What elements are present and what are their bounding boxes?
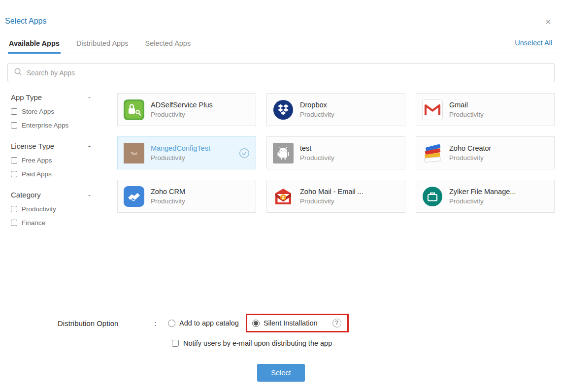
app-name: Zoho CRM — [151, 188, 185, 196]
select-button[interactable]: Select — [257, 364, 304, 382]
radio-label: Silent Installation — [264, 319, 318, 327]
svg-text:Z: Z — [282, 195, 285, 199]
filter-option-label: Enterprise Apps — [22, 122, 68, 129]
enterprise-apps-checkbox[interactable] — [11, 122, 17, 129]
productivity-checkbox[interactable] — [11, 206, 17, 212]
help-icon[interactable]: ? — [332, 319, 341, 327]
selected-check-icon — [239, 148, 250, 159]
filter-option-label: Productivity — [22, 205, 56, 213]
zoho-mail-icon: Z — [273, 186, 294, 207]
unselect-all-link[interactable]: Unselect All — [515, 39, 552, 54]
app-card-zoho-crm[interactable]: Zoho CRM Productivity — [117, 180, 256, 213]
app-category: Productivity — [300, 197, 364, 205]
notify-users-checkbox[interactable] — [172, 340, 179, 347]
button-row: Select — [0, 364, 562, 382]
app-card-adselfservice[interactable]: ADSelfService Plus Productivity — [117, 93, 256, 126]
filter-option-label: Store Apps — [22, 108, 54, 115]
app-category: Productivity — [449, 111, 484, 118]
free-apps-checkbox[interactable] — [11, 157, 17, 163]
app-name: ADSelfService Plus — [151, 101, 213, 109]
filter-option-free-apps[interactable]: Free Apps — [11, 157, 109, 164]
collapse-toggle[interactable]: - — [88, 93, 91, 101]
app-name: Gmail — [449, 101, 484, 109]
app-grid: ADSelfService Plus Productivity Dropbox … — [117, 93, 555, 302]
filter-group-license-type: License Type - Free Apps Paid Apps — [11, 142, 109, 178]
notify-users-option[interactable]: Notify users by e-mail upon distributing… — [172, 339, 562, 347]
collapse-toggle[interactable]: - — [88, 191, 91, 199]
app-card-zoho-creator[interactable]: Zoho Creator Productivity — [416, 136, 555, 169]
distribution-option-row: Distribution Option : Add to app catalog… — [58, 314, 562, 332]
zoho-crm-icon — [124, 186, 144, 207]
app-card-zoho-mail[interactable]: Z Zoho Mail - Email ... Productivity — [266, 180, 405, 213]
app-card-gmail[interactable]: Gmail Productivity — [416, 93, 555, 126]
filter-option-store-apps[interactable]: Store Apps — [11, 108, 109, 115]
filter-option-label: Free Apps — [22, 157, 52, 164]
mangedconfigtest-icon: Test — [124, 143, 144, 163]
android-app-icon — [273, 143, 294, 163]
filter-option-label: Finance — [22, 219, 45, 227]
app-card-dropbox[interactable]: Dropbox Productivity — [266, 93, 405, 126]
tab-bar: Available Apps Distributed Apps Selected… — [0, 33, 562, 54]
app-category: Productivity — [449, 197, 516, 205]
add-to-app-catalog-option[interactable]: Add to app catalog — [168, 319, 239, 327]
filter-title: App Type — [11, 93, 42, 101]
collapse-toggle[interactable]: - — [88, 142, 91, 150]
notify-users-label: Notify users by e-mail upon distributing… — [183, 339, 332, 347]
app-name: Zoho Creator — [449, 144, 491, 152]
app-card-zylker[interactable]: Zylker File Manage... Productivity — [416, 180, 555, 213]
filter-option-finance[interactable]: Finance — [11, 219, 109, 227]
filter-title: Category — [11, 191, 41, 199]
zoho-creator-icon — [422, 143, 443, 163]
app-card-mangedconfigtest[interactable]: Test MangedConfigTest Productivity — [117, 136, 256, 169]
filter-group-app-type: App Type - Store Apps Enterprise Apps — [11, 93, 109, 129]
filter-group-category: Category - Productivity Finance — [11, 191, 109, 227]
app-name: test — [300, 144, 334, 152]
adselfservice-icon — [124, 99, 144, 120]
main-content: App Type - Store Apps Enterprise Apps Li… — [0, 86, 562, 302]
distribution-option-label: Distribution Option — [58, 319, 154, 327]
close-icon[interactable]: × — [545, 17, 551, 27]
app-category: Productivity — [151, 197, 185, 205]
zylker-file-manager-icon — [422, 186, 443, 207]
app-category: Productivity — [151, 111, 213, 118]
gmail-icon — [422, 99, 443, 120]
app-category: Productivity — [300, 154, 334, 162]
search-box[interactable] — [7, 63, 555, 82]
search-icon — [14, 67, 22, 78]
filter-option-paid-apps[interactable]: Paid Apps — [11, 170, 109, 178]
filter-sidebar: App Type - Store Apps Enterprise Apps Li… — [11, 93, 109, 302]
dropbox-icon — [273, 99, 294, 120]
footer: Distribution Option : Add to app catalog… — [0, 302, 562, 382]
paid-apps-checkbox[interactable] — [11, 171, 17, 177]
page-title: Select Apps — [5, 17, 47, 25]
app-name: MangedConfigTest — [151, 144, 210, 152]
finance-checkbox[interactable] — [11, 220, 17, 226]
store-apps-checkbox[interactable] — [11, 108, 17, 115]
tab-available-apps[interactable]: Available Apps — [8, 33, 61, 54]
filter-option-enterprise-apps[interactable]: Enterprise Apps — [11, 122, 109, 129]
add-to-app-catalog-radio[interactable] — [168, 320, 175, 327]
filter-option-label: Paid Apps — [22, 170, 52, 178]
filter-option-productivity[interactable]: Productivity — [11, 205, 109, 213]
separator: : — [154, 319, 168, 327]
filter-title: License Type — [11, 142, 54, 150]
app-category: Productivity — [151, 154, 210, 162]
app-category: Productivity — [449, 154, 491, 162]
silent-installation-radio[interactable] — [252, 320, 260, 327]
search-input[interactable] — [27, 69, 548, 77]
radio-label: Add to app catalog — [179, 319, 239, 327]
app-category: Productivity — [300, 111, 334, 118]
silent-installation-highlight: Silent Installation ? — [246, 314, 349, 332]
tab-selected-apps[interactable]: Selected Apps — [144, 33, 192, 54]
tab-distributed-apps[interactable]: Distributed Apps — [75, 33, 130, 54]
app-name: Zoho Mail - Email ... — [300, 188, 364, 196]
search-section — [7, 63, 555, 82]
dialog-header: Select Apps × — [0, 0, 562, 33]
app-name: Zylker File Manage... — [449, 188, 516, 196]
app-name: Dropbox — [300, 101, 334, 109]
svg-text:Test: Test — [131, 152, 137, 155]
app-card-test[interactable]: test Productivity — [266, 136, 405, 169]
silent-installation-option[interactable]: Silent Installation — [252, 319, 318, 327]
